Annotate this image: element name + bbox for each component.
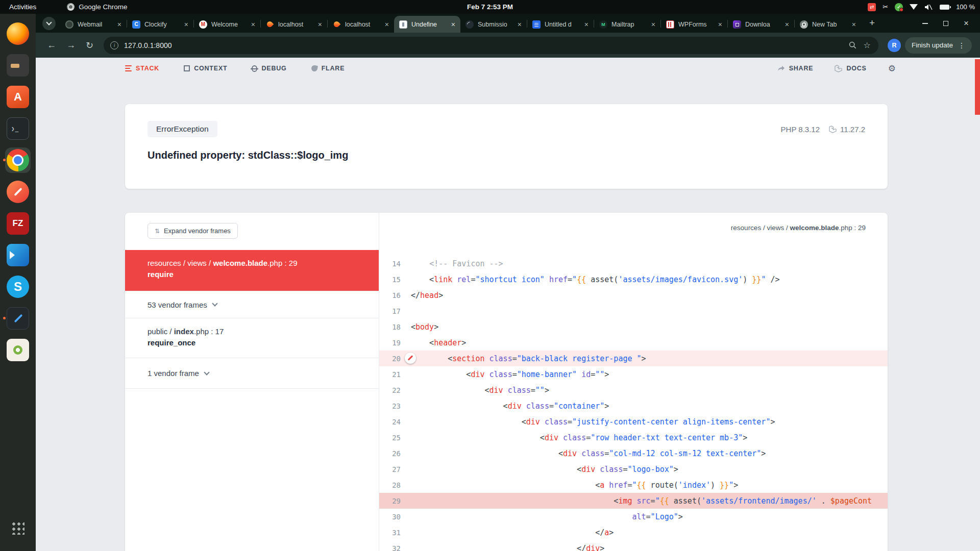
chrome-dock-icon[interactable] <box>3 144 33 176</box>
reload-button[interactable]: ↻ <box>81 40 99 51</box>
close-tab-icon[interactable]: × <box>450 20 457 29</box>
annotation-pen-dock-icon[interactable] <box>3 176 33 208</box>
close-window-button[interactable]: × <box>964 19 969 28</box>
stack-frame[interactable]: public / index.php : 17require_once <box>125 318 379 358</box>
code-text: <div class="home-banner" id=""> <box>411 370 609 379</box>
scrollbar-error-marker[interactable] <box>975 59 980 115</box>
close-tab-icon[interactable]: × <box>250 20 257 29</box>
close-tab-icon[interactable]: × <box>383 20 390 29</box>
close-tab-icon[interactable]: × <box>783 20 791 29</box>
terminal-dock-icon[interactable] <box>3 113 33 144</box>
skype-dock-icon[interactable] <box>3 271 33 303</box>
close-tab-icon[interactable]: × <box>583 20 590 29</box>
site-info-icon[interactable]: i <box>110 41 118 49</box>
tab-stack[interactable]: STACK <box>125 65 159 72</box>
browser-tab[interactable]: New Tab× <box>795 16 861 33</box>
share-button[interactable]: SHARE <box>777 65 814 72</box>
edit-in-editor-button[interactable] <box>405 353 416 364</box>
stack-frame-active[interactable]: resources / views / welcome.blade.php : … <box>125 250 379 291</box>
tab-search-button[interactable] <box>42 17 56 30</box>
php-version: PHP 8.3.12 <box>781 125 820 134</box>
vscode-dock-icon[interactable] <box>3 239 33 271</box>
vendor-frames-toggle[interactable]: 53 vendor frames <box>125 291 379 318</box>
browser-toolbar: ← → ↻ i 127.0.0.1:8000 ☆ R Finish update… <box>36 33 980 58</box>
activities-button[interactable]: Activities <box>0 0 45 14</box>
notes-dock-icon[interactable] <box>3 303 33 334</box>
settings-gear-icon[interactable]: ⚙ <box>888 63 896 73</box>
firefox-dock-icon[interactable] <box>3 18 33 49</box>
address-bar[interactable]: i 127.0.0.1:8000 ☆ <box>104 37 878 54</box>
tab-flare[interactable]: FLARE <box>311 65 345 72</box>
laravel-icon <box>835 65 842 72</box>
minimize-button[interactable] <box>922 23 928 24</box>
clock[interactable]: Feb 7 2:53 PM <box>467 3 513 11</box>
code-text: <div class="col-md-12 col-sm-12 text-cen… <box>411 449 766 458</box>
extra-app-dock-icon[interactable] <box>3 334 33 366</box>
code-text: alt="Logo"> <box>411 512 683 521</box>
battery-icon <box>940 5 949 10</box>
zoom-icon[interactable] <box>849 41 856 49</box>
frame-path: resources / views / welcome.blade.php : … <box>148 258 369 269</box>
code-line: 31 </a> <box>379 524 888 540</box>
browser-tab[interactable]: Mailtrap× <box>594 16 660 33</box>
code-line: 29 <img src="{{ asset('assets/frontend/i… <box>379 493 888 509</box>
back-button[interactable]: ← <box>42 40 61 51</box>
vendor-frames-label: 53 vendor frames <box>148 300 207 309</box>
code-text: <a href="{{ route('index') }}"> <box>411 481 738 490</box>
url-text[interactable]: 127.0.0.1:8000 <box>124 41 172 49</box>
vendor-frames-toggle[interactable]: 1 vendor frame <box>125 358 379 389</box>
line-number: 23 <box>379 402 401 410</box>
browser-tab[interactable]: Downloa× <box>728 16 794 33</box>
bookmark-star-icon[interactable]: ☆ <box>864 40 871 50</box>
browser-menu-icon[interactable]: ⋮ <box>958 41 965 49</box>
docs-button[interactable]: DOCS <box>835 65 866 72</box>
ignition-nav: STACK CONTEXT DEBUG FLARE SHARE DOCS ⚙ <box>36 58 980 79</box>
profile-avatar[interactable]: R <box>888 39 901 52</box>
browser-tab[interactable]: Submissio× <box>460 16 527 33</box>
close-tab-icon[interactable]: × <box>717 20 724 29</box>
tab-title: WPForms <box>678 21 715 28</box>
close-tab-icon[interactable]: × <box>116 20 123 29</box>
new-tab-button[interactable]: + <box>866 17 878 29</box>
webmail-icon <box>65 20 74 29</box>
bug-icon <box>252 65 257 72</box>
error-message: Undefined property: stdClass::$logo_img <box>148 149 865 161</box>
close-tab-icon[interactable]: × <box>650 20 657 29</box>
finish-update-button[interactable]: Finish update ⋮ <box>905 37 972 54</box>
ubuntu-software-dock-icon[interactable] <box>3 81 33 113</box>
tab-title: Undefine <box>411 21 448 28</box>
browser-tab[interactable]: Untitled d× <box>527 16 594 33</box>
framework-version: 11.27.2 <box>829 125 865 134</box>
firefox-icon <box>7 22 29 45</box>
restore-button[interactable] <box>943 21 948 26</box>
code-text: </div> <box>411 544 604 551</box>
code-line: 16</head> <box>379 287 888 303</box>
browser-tab[interactable]: Welcome× <box>194 16 260 33</box>
pen-icon <box>7 181 29 203</box>
system-tray[interactable]: ⇄ ✂ ✓ 100 % <box>868 0 975 14</box>
close-tab-icon[interactable]: × <box>516 20 523 29</box>
browser-tab[interactable]: Undefine× <box>394 16 460 33</box>
close-tab-icon[interactable]: × <box>316 20 324 29</box>
wifi-icon <box>910 4 918 10</box>
tab-context[interactable]: CONTEXT <box>184 65 227 72</box>
code-line: 22 <div class=""> <box>379 382 888 398</box>
browser-tab[interactable]: Webmail× <box>60 16 127 33</box>
filezilla-dock-icon[interactable] <box>3 208 33 239</box>
browser-tab[interactable]: WPForms× <box>661 16 727 33</box>
close-tab-icon[interactable]: × <box>850 20 857 29</box>
tab-debug[interactable]: DEBUG <box>252 65 286 72</box>
focused-app-name: Google Chrome <box>79 3 127 11</box>
browser-tab[interactable]: localhost× <box>261 16 327 33</box>
show-applications-button[interactable] <box>3 512 33 544</box>
files-dock-icon[interactable] <box>3 49 33 81</box>
browser-tab[interactable]: Clockify× <box>127 16 193 33</box>
focused-app-indicator[interactable]: Google Chrome <box>67 3 127 11</box>
forward-button[interactable]: → <box>61 40 81 51</box>
code-text: <img src="{{ asset('assets/frontend/imag… <box>411 496 872 506</box>
close-tab-icon[interactable]: × <box>183 20 190 29</box>
expand-vendor-frames-button[interactable]: ⇅ Expand vendor frames <box>148 223 238 239</box>
code-line: 27 <div class="logo-box"> <box>379 461 888 477</box>
browser-tab[interactable]: localhost× <box>328 16 394 33</box>
extapp-icon <box>7 339 29 361</box>
